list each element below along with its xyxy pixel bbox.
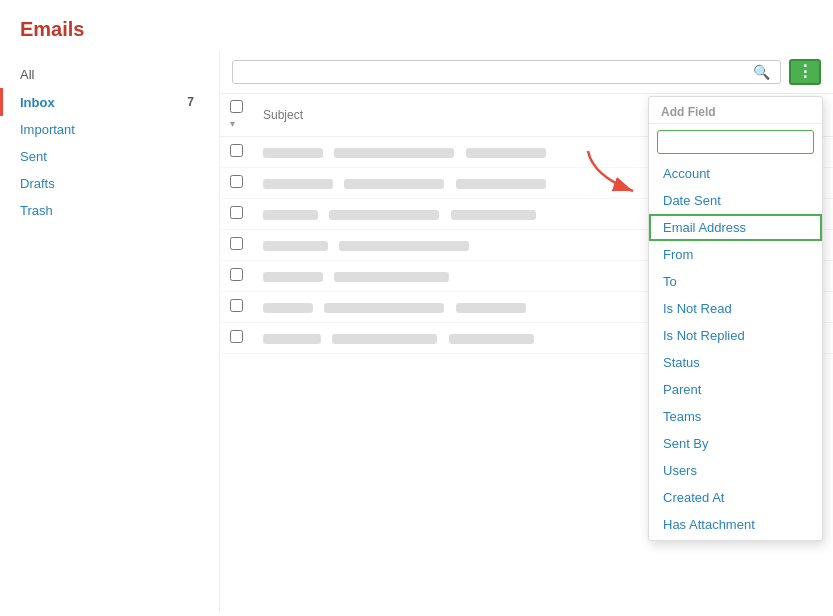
search-button[interactable]: 🔍: [751, 64, 772, 80]
row-checkbox[interactable]: [230, 237, 243, 250]
dropdown-item-status[interactable]: Status: [649, 349, 822, 376]
search-input[interactable]: [241, 65, 751, 80]
add-field-button[interactable]: ⋮: [789, 59, 821, 85]
sidebar-item-important[interactable]: Important: [0, 116, 219, 143]
sidebar-item-label-trash: Trash: [20, 203, 53, 218]
dropdown-item-account[interactable]: Account: [649, 160, 822, 187]
sidebar: All Inbox 7 Important Sent Drafts Trash: [0, 51, 220, 612]
kebab-icon: ⋮: [797, 64, 813, 80]
row-checkbox[interactable]: [230, 330, 243, 343]
sidebar-item-label-drafts: Drafts: [20, 176, 55, 191]
dropdown-item-is-not-replied[interactable]: Is Not Replied: [649, 322, 822, 349]
search-wrapper: 🔍: [232, 60, 781, 84]
sidebar-item-label-inbox: Inbox: [20, 95, 55, 110]
dropdown-search-input[interactable]: [657, 130, 814, 154]
dropdown-item-name-subject[interactable]: Name (Subject): [649, 538, 822, 540]
search-icon: 🔍: [753, 64, 770, 80]
sidebar-item-all[interactable]: All: [0, 61, 219, 88]
dropdown-item-email-address[interactable]: Email Address: [649, 214, 822, 241]
sidebar-item-inbox[interactable]: Inbox 7: [0, 88, 219, 116]
sidebar-item-sent[interactable]: Sent: [0, 143, 219, 170]
dropdown-item-is-not-read[interactable]: Is Not Read: [649, 295, 822, 322]
select-all-checkbox[interactable]: [230, 100, 243, 113]
dropdown-item-parent[interactable]: Parent: [649, 376, 822, 403]
inbox-badge: 7: [182, 94, 199, 110]
dropdown-header: Add Field: [649, 97, 822, 124]
dropdown-items-list: AccountDate SentEmail AddressFromToIs No…: [649, 160, 822, 540]
row-checkbox[interactable]: [230, 144, 243, 157]
sidebar-item-trash[interactable]: Trash: [0, 197, 219, 224]
row-checkbox[interactable]: [230, 268, 243, 281]
row-checkbox[interactable]: [230, 299, 243, 312]
sidebar-item-label-important: Important: [20, 122, 75, 137]
col-check: ▾: [220, 94, 253, 137]
toolbar: 🔍 ⋮: [220, 51, 833, 94]
add-field-dropdown: Add Field AccountDate SentEmail AddressF…: [648, 96, 823, 541]
sidebar-item-label-sent: Sent: [20, 149, 47, 164]
dropdown-item-date-sent[interactable]: Date Sent: [649, 187, 822, 214]
dropdown-item-has-attachment[interactable]: Has Attachment: [649, 511, 822, 538]
row-checkbox[interactable]: [230, 206, 243, 219]
sidebar-item-label-all: All: [20, 67, 34, 82]
page-title: Emails: [0, 0, 833, 51]
dropdown-item-sent-by[interactable]: Sent By: [649, 430, 822, 457]
dropdown-item-teams[interactable]: Teams: [649, 403, 822, 430]
dropdown-item-from[interactable]: From: [649, 241, 822, 268]
dropdown-item-created-at[interactable]: Created At: [649, 484, 822, 511]
dropdown-item-to[interactable]: To: [649, 268, 822, 295]
sidebar-item-drafts[interactable]: Drafts: [0, 170, 219, 197]
content-area: 🔍 ⋮ ▾ Subject ···: [220, 51, 833, 612]
dropdown-item-users[interactable]: Users: [649, 457, 822, 484]
row-checkbox[interactable]: [230, 175, 243, 188]
